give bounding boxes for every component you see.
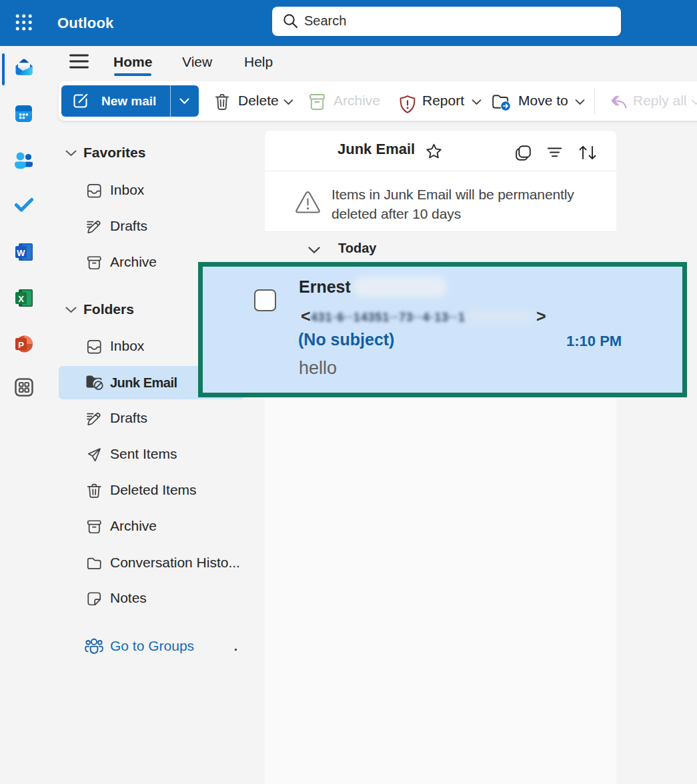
svg-text:X: X (18, 294, 24, 304)
svg-text:W: W (17, 248, 25, 258)
svg-text:P: P (18, 340, 24, 350)
